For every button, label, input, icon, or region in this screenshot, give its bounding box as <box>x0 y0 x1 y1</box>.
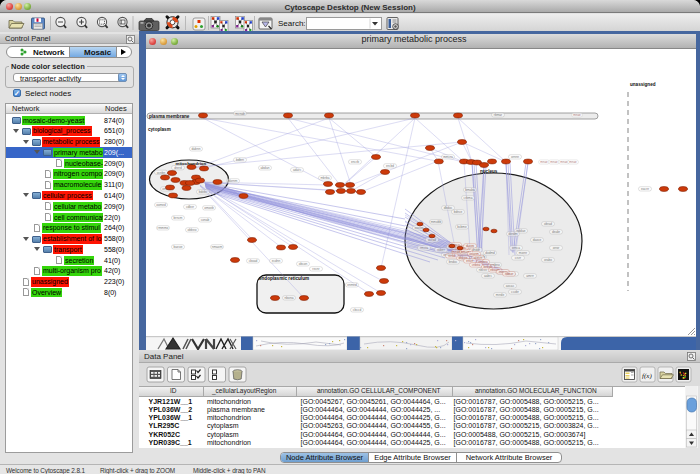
svg-text:nmaom: nmaom <box>212 245 223 249</box>
svg-text:ooooe: ooooe <box>415 226 424 230</box>
svg-text:mrrde: mrrde <box>496 293 505 297</box>
svg-text:ecdnn: ecdnn <box>272 259 281 263</box>
svg-text:obcon: obcon <box>299 262 308 266</box>
svg-text:rdbce: rdbce <box>505 272 513 276</box>
svg-text:rmcra: rmcra <box>420 246 428 250</box>
svg-text:mnae: mnae <box>569 160 577 164</box>
svg-text:bmaba: bmaba <box>465 188 475 192</box>
svg-text:dbdoc: dbdoc <box>444 206 453 210</box>
svg-text:crcrr: crcrr <box>515 256 522 260</box>
svg-text:recnr: recnr <box>312 267 320 271</box>
svg-text:mitochondrion: mitochondrion <box>176 161 207 166</box>
svg-text:adarc: adarc <box>293 168 301 172</box>
svg-text:orror: orror <box>553 246 561 250</box>
svg-text:drerd: drerd <box>174 166 182 170</box>
svg-text:rmmmo: rmmmo <box>158 226 169 230</box>
svg-text:mbrba: mbrba <box>320 176 329 180</box>
svg-text:deabr: deabr <box>552 230 561 234</box>
svg-text:amrrr: amrrr <box>526 274 535 278</box>
svg-text:cdber: cdber <box>186 205 195 209</box>
svg-text:omoeb: omoeb <box>204 206 214 210</box>
svg-text:cboad: cboad <box>249 259 258 263</box>
svg-text:cnbea: cnbea <box>472 263 481 267</box>
svg-text:mmobb: mmobb <box>431 220 442 224</box>
svg-text:cbccd: cbccd <box>353 308 362 312</box>
svg-text:reber: reber <box>437 248 445 252</box>
svg-text:crbma: crbma <box>464 196 473 200</box>
svg-text:oomed: oomed <box>156 203 166 207</box>
svg-text:aabrc: aabrc <box>484 274 492 278</box>
svg-text:mcnab: mcnab <box>235 112 245 116</box>
svg-text:enmnd: enmnd <box>347 283 357 287</box>
svg-text:mnae: mnae <box>550 160 558 164</box>
svg-text:mnae: mnae <box>573 113 581 117</box>
svg-text:nbona: nbona <box>285 296 294 300</box>
svg-text:endoplasmic reticulum: endoplasmic reticulum <box>259 276 309 281</box>
svg-text:ernca: ernca <box>512 246 520 250</box>
svg-text:abdan: abdan <box>261 166 270 170</box>
svg-text:ccobr: ccobr <box>511 290 520 294</box>
svg-text:orabo: orabo <box>544 258 552 262</box>
svg-text:obbeo: obbeo <box>188 228 197 232</box>
svg-text:bdbrn: bdbrn <box>236 158 244 162</box>
svg-text:ornnn: ornnn <box>511 155 519 159</box>
svg-text:ocrad: ocrad <box>428 238 436 242</box>
svg-text:nucleus: nucleus <box>480 169 498 174</box>
svg-text:rerbb: rerbb <box>448 254 456 258</box>
svg-text:eacnr: eacnr <box>641 187 650 191</box>
svg-text:bdnce: bdnce <box>454 210 463 214</box>
svg-text:bndoc: bndoc <box>449 260 458 264</box>
svg-text:baeoe: baeoe <box>174 245 183 249</box>
svg-text:unassigned: unassigned <box>630 82 656 87</box>
svg-text:cytoplasm: cytoplasm <box>148 127 171 132</box>
svg-text:conab: conab <box>201 218 210 222</box>
svg-text:dcnrn: dcnrn <box>466 244 474 248</box>
svg-text:dornm: dornm <box>228 179 237 183</box>
svg-text:Search:: Search: <box>278 19 306 28</box>
svg-text:f(x): f(x) <box>642 372 652 380</box>
svg-text:mnae: mnae <box>560 160 568 164</box>
svg-text:obrad: obrad <box>544 222 552 226</box>
svg-text:dodmd: dodmd <box>485 251 495 255</box>
svg-text:mmcra: mmcra <box>443 155 453 159</box>
svg-text:bcbme: bcbme <box>457 225 467 229</box>
svg-text:dabnn: dabnn <box>192 147 201 151</box>
svg-text:derdm: derdm <box>508 232 517 236</box>
svg-text:ercbd: ercbd <box>386 164 394 168</box>
svg-text:mornr: mornr <box>519 251 528 255</box>
svg-text:bdebc: bdebc <box>199 190 208 194</box>
svg-text:plasma membrane: plasma membrane <box>149 114 190 119</box>
svg-text:ocnbn: ocnbn <box>157 171 166 175</box>
svg-text:aocac: aocac <box>506 284 515 288</box>
svg-text:daoce: daoce <box>533 238 542 242</box>
svg-text:mnae: mnae <box>540 160 548 164</box>
svg-text:brncm: brncm <box>174 216 183 220</box>
svg-text:rbmar: rbmar <box>494 113 503 117</box>
svg-text:encrb: encrb <box>351 160 359 164</box>
